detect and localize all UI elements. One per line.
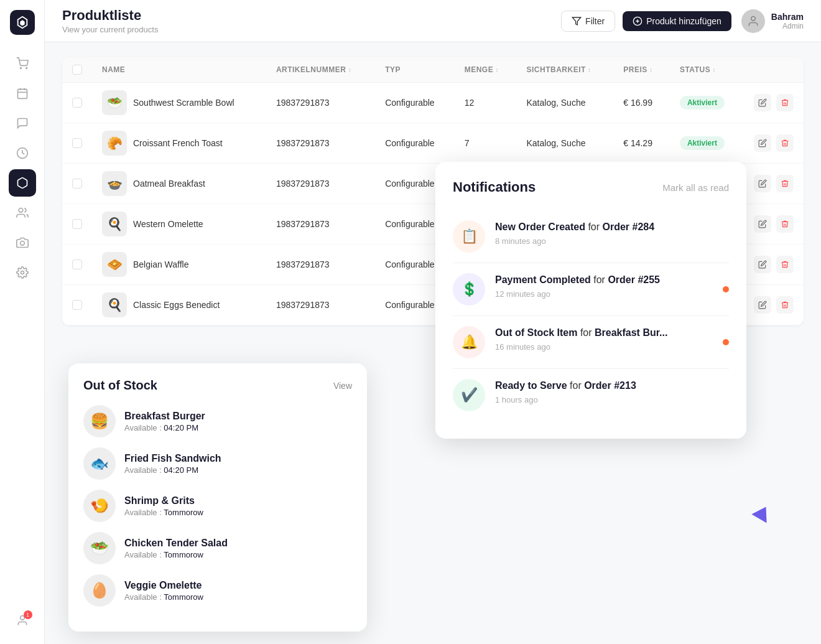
notif-title: Notifications — [453, 179, 536, 195]
product-name-cell: 🍳 Western Omelette — [102, 212, 256, 236]
notification-subject: Order #213 — [584, 380, 636, 391]
mark-all-read-button[interactable]: Mark all as read — [662, 182, 729, 193]
notif-items-list: 📋 New Order Created for Order #284 8 min… — [453, 210, 729, 421]
notification-item: ✔️ Ready to Serve for Order #213 1 hours… — [453, 369, 729, 421]
oos-item-time: Tommorow — [164, 508, 203, 517]
product-sichtbarkeit: Katalog, Suche — [517, 123, 614, 164]
notification-title: New Order Created for Order #284 — [495, 220, 654, 234]
notification-time: 8 minutes ago — [495, 236, 654, 246]
col-sichtbarkeit[interactable]: SICHTBARKEIT — [517, 57, 614, 83]
delete-button[interactable] — [776, 296, 794, 314]
col-artikelnummer[interactable]: ARTIKELNUMMER — [266, 57, 375, 83]
oos-item-available: Available : Tommorow — [124, 550, 228, 559]
add-product-button[interactable]: Produkt hinzufügen — [623, 11, 731, 31]
oos-item-available: Available : 04:20 PM — [124, 465, 221, 475]
product-typ: Configurable — [375, 83, 454, 123]
product-name-cell: 🧇 Belgian Waffle — [102, 252, 256, 277]
sidebar-item-history[interactable] — [9, 139, 36, 167]
unread-dot — [723, 339, 729, 345]
oos-item-name: Shrimp & Grits — [124, 495, 203, 506]
oos-item-info: Chicken Tender Salad Available : Tommoro… — [124, 538, 228, 559]
oos-item-image: 🥚 — [83, 574, 116, 607]
page-title: Produktliste — [62, 7, 158, 24]
add-icon — [633, 16, 642, 26]
sidebar-item-users[interactable] — [9, 199, 36, 226]
oos-item-name: Chicken Tender Salad — [124, 538, 228, 549]
oos-item-info: Shrimp & Grits Available : Tommorow — [124, 495, 203, 517]
logo[interactable] — [10, 10, 35, 35]
action-buttons — [754, 134, 794, 152]
product-name-cell: 🍲 Oatmeal Breakfast — [102, 171, 256, 196]
product-name-cell: 🥗 Southwest Scramble Bowl — [102, 90, 256, 115]
row-checkbox[interactable] — [72, 219, 82, 229]
notification-text: Ready to Serve for Order #213 1 hours ag… — [495, 379, 636, 404]
row-checkbox[interactable] — [72, 300, 82, 310]
sidebar-item-messages[interactable] — [9, 110, 36, 137]
oos-item: 🥚 Veggie Omelette Available : Tommorow — [83, 574, 352, 607]
notification-title: Ready to Serve for Order #213 — [495, 379, 636, 393]
sidebar-bottom: 1 — [9, 607, 36, 634]
notification-text: Payment Completed for Order #255 12 minu… — [495, 273, 660, 299]
product-name: Classic Eggs Benedict — [133, 300, 220, 310]
oos-item-time: Tommorow — [164, 550, 203, 559]
svg-marker-1 — [20, 20, 24, 26]
delete-button[interactable] — [776, 175, 794, 192]
product-artikelnummer: 19837291873 — [266, 204, 375, 245]
oos-item-time: 04:20 PM — [164, 423, 198, 432]
oos-item-time: 04:20 PM — [164, 465, 198, 475]
product-name: Belgian Waffle — [133, 259, 189, 269]
unread-dot — [723, 286, 729, 292]
product-menge: 12 — [455, 83, 517, 123]
add-product-label: Produkt hinzufügen — [646, 16, 721, 26]
product-preis: € 16.99 — [613, 83, 670, 123]
notification-text: New Order Created for Order #284 8 minut… — [495, 220, 654, 246]
col-preis[interactable]: PREIS — [613, 57, 670, 83]
delete-button[interactable] — [776, 256, 794, 273]
avatar — [741, 9, 765, 33]
oos-item: 🍤 Shrimp & Grits Available : Tommorow — [83, 490, 352, 522]
row-checkbox[interactable] — [72, 98, 82, 108]
sidebar-item-media[interactable] — [9, 229, 36, 256]
col-status[interactable]: STATUS — [670, 57, 744, 83]
oos-items-list: 🍔 Breakfast Burger Available : 04:20 PM … — [83, 405, 352, 607]
sidebar-item-cart[interactable] — [9, 50, 36, 77]
notifications-panel: Notifications Mark all as read 📋 New Ord… — [435, 162, 746, 439]
page-subtitle: View your current products — [62, 25, 158, 34]
delete-button[interactable] — [776, 94, 794, 111]
row-checkbox[interactable] — [72, 138, 82, 148]
notification-subject: Breakfast Bur... — [595, 327, 667, 338]
sidebar-item-settings[interactable] — [9, 259, 36, 286]
notification-icon: ✔️ — [453, 379, 485, 411]
row-checkbox[interactable] — [72, 259, 82, 269]
user-text: Bahram Admin — [771, 12, 804, 30]
notification-time: 16 minutes ago — [495, 342, 667, 352]
edit-button[interactable] — [754, 215, 771, 233]
edit-button[interactable] — [754, 296, 771, 314]
notification-prefix: Ready to Serve — [495, 380, 567, 391]
oos-item-available: Available : Tommorow — [124, 508, 203, 517]
oos-header: Out of Stock View — [83, 378, 352, 393]
edit-button[interactable] — [754, 134, 771, 152]
notification-item: 💲 Payment Completed for Order #255 12 mi… — [453, 263, 729, 316]
product-menge: 7 — [455, 123, 517, 164]
action-buttons — [754, 296, 794, 314]
sidebar-item-profile[interactable]: 1 — [9, 607, 36, 634]
row-checkbox[interactable] — [72, 179, 82, 189]
filter-label: Filter — [585, 16, 605, 26]
notification-icon: 🔔 — [453, 326, 485, 358]
edit-button[interactable] — [754, 175, 771, 192]
notification-subject: Order #284 — [603, 222, 655, 232]
edit-button[interactable] — [754, 94, 771, 111]
col-menge[interactable]: MENGE — [455, 57, 517, 83]
product-image: 🥐 — [102, 131, 127, 156]
delete-button[interactable] — [776, 134, 794, 152]
sidebar-item-calendar[interactable] — [9, 80, 36, 107]
delete-button[interactable] — [776, 215, 794, 233]
oos-view-link[interactable]: View — [333, 381, 352, 391]
edit-button[interactable] — [754, 256, 771, 273]
filter-button[interactable]: Filter — [561, 11, 615, 32]
oos-item-info: Fried Fish Sandwich Available : 04:20 PM — [124, 453, 221, 475]
product-name-cell: 🥐 Croissant French Toast — [102, 131, 256, 156]
sidebar-item-products[interactable] — [9, 169, 36, 197]
select-all-checkbox[interactable] — [72, 65, 82, 75]
